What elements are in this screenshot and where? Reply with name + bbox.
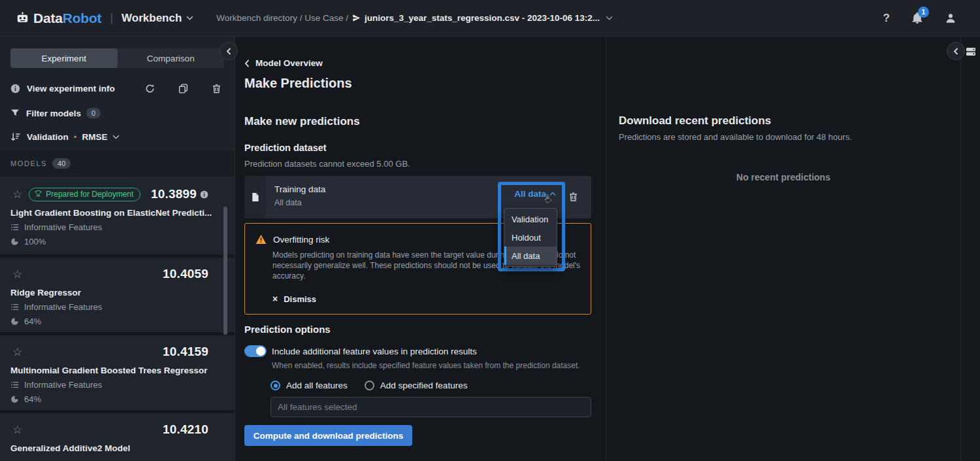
filter-icon xyxy=(10,109,20,118)
compute-download-predictions-button[interactable]: Compute and download predictions xyxy=(244,425,412,446)
star-icon[interactable]: ☆ xyxy=(12,269,22,280)
right-rail xyxy=(961,37,980,461)
model-card[interactable]: ☆ 10.4159 Multinomial Gradient Boosted T… xyxy=(0,335,235,410)
collapse-right-panel-button[interactable] xyxy=(947,42,965,60)
view-experiment-info-link[interactable]: View experiment info xyxy=(27,84,115,94)
model-score: 10.4059 xyxy=(163,267,208,281)
duplicate-icon[interactable] xyxy=(178,84,188,94)
sort-icon xyxy=(10,132,21,142)
datarobot-workbench-app: DataRobot | Workbench Workbench director… xyxy=(0,0,980,461)
prepared-for-deployment-badge: Prepared for Deployment xyxy=(29,188,140,201)
feature-list-name: Informative Features xyxy=(24,380,102,390)
help-icon[interactable]: ? xyxy=(883,12,890,25)
tab-experiment[interactable]: Experiment xyxy=(10,48,118,68)
sample-pct-icon xyxy=(10,237,19,246)
trophy-icon xyxy=(35,190,42,197)
robot-logo-icon xyxy=(16,12,29,24)
notifications-bell-icon[interactable]: 1 xyxy=(911,12,923,24)
chevron-down-icon xyxy=(112,135,120,139)
brand-name: DataRobot xyxy=(33,10,101,26)
remove-dataset-trash-icon[interactable] xyxy=(568,192,578,202)
sample-pct-icon xyxy=(10,317,19,326)
feature-list-icon xyxy=(10,223,19,231)
models-count-badge: 40 xyxy=(52,158,71,169)
sample-pct: 64% xyxy=(24,316,41,326)
models-header: MODELS 40 xyxy=(0,150,235,178)
model-card[interactable]: ☆ 10.4210 Generalized Additive2 Model xyxy=(0,413,235,461)
header-actions: ? 1 xyxy=(883,12,980,25)
radio-icon xyxy=(365,381,374,390)
breadcrumb-path[interactable]: Workbench directory / Use Case / xyxy=(216,13,348,23)
workbench-menu[interactable]: Workbench xyxy=(122,12,193,25)
toggle-label: Include additional feature values in pre… xyxy=(272,347,477,356)
dataset-name: Training data xyxy=(274,184,325,194)
make-predictions-panel: Model Overview Make Predictions Make new… xyxy=(235,37,606,461)
warning-title: Overfitting risk xyxy=(273,235,329,245)
model-name: Ridge Regressor xyxy=(10,288,224,298)
sort-control[interactable]: Validation • RMSE xyxy=(10,131,224,143)
chevron-left-icon xyxy=(226,48,231,55)
info-icon[interactable] xyxy=(200,190,208,199)
warning-icon xyxy=(255,234,267,245)
model-card[interactable]: ☆ 10.4059 Ridge Regressor Informative Fe… xyxy=(0,258,235,332)
sidebar-tabs: Experiment Comparison xyxy=(10,48,224,68)
file-icon xyxy=(251,192,259,202)
star-icon[interactable]: ☆ xyxy=(12,189,22,200)
feature-list-icon xyxy=(10,381,19,389)
dataset-size-note: Prediction datasets cannot exceed 5.00 G… xyxy=(244,159,591,169)
model-score: 10.4159 xyxy=(163,345,208,359)
dataset-heading: Prediction dataset xyxy=(244,143,591,153)
empty-state-message: No recent predictions xyxy=(619,172,948,182)
model-score: 10.4210 xyxy=(163,422,208,437)
features-selected-input[interactable] xyxy=(270,397,591,417)
radio-add-specified-features[interactable]: Add specified features xyxy=(365,381,468,390)
experiment-sidebar: Experiment Comparison View experiment in… xyxy=(0,37,235,461)
menu-item-holdout[interactable]: Holdout xyxy=(504,228,557,247)
star-icon[interactable]: ☆ xyxy=(12,424,22,435)
model-score: 10.3899 xyxy=(151,187,197,201)
filter-count-badge: 0 xyxy=(86,108,101,118)
dataset-partition: All data xyxy=(274,198,325,207)
filter-models-control[interactable]: Filter models 0 xyxy=(10,107,224,119)
prediction-options-heading: Prediction options xyxy=(244,324,591,335)
feature-list-icon xyxy=(10,303,19,311)
radio-add-all-features[interactable]: Add all features xyxy=(270,381,348,390)
model-name: Light Gradient Boosting on ElasticNet Pr… xyxy=(10,208,224,218)
recent-title: Download recent predictions xyxy=(619,114,960,128)
sidebar-scrollbar[interactable] xyxy=(223,207,227,335)
datarobot-brand[interactable]: DataRobot | Workbench xyxy=(16,10,193,26)
model-name: Generalized Additive2 Model xyxy=(10,443,224,453)
notification-badge: 1 xyxy=(918,7,929,18)
recent-predictions-panel: Download recent predictions Predictions … xyxy=(606,37,961,461)
model-card[interactable]: ☆ Prepared for Deployment 10.3899 Light … xyxy=(0,178,235,254)
recent-subtitle: Predictions are stored and available to … xyxy=(619,132,960,142)
model-list: ☆ Prepared for Deployment 10.3899 Light … xyxy=(0,178,235,461)
tab-comparison[interactable]: Comparison xyxy=(118,48,225,68)
close-icon: × xyxy=(272,294,278,304)
chevron-down-icon[interactable] xyxy=(606,16,613,20)
user-profile-icon[interactable] xyxy=(945,12,956,24)
breadcrumb: Workbench directory / Use Case / juniors… xyxy=(216,13,613,23)
collapse-sidebar-button[interactable] xyxy=(220,42,238,60)
model-name: Multinomial Gradient Boosted Trees Regre… xyxy=(10,366,224,375)
sidebar-controls: Experiment Comparison View experiment in… xyxy=(0,37,235,150)
back-to-model-overview[interactable]: Model Overview xyxy=(244,58,591,68)
chevron-down-icon xyxy=(186,16,193,20)
star-icon[interactable]: ☆ xyxy=(12,347,22,358)
brand-separator: | xyxy=(110,11,113,25)
sample-pct-icon xyxy=(10,395,19,403)
top-header: DataRobot | Workbench Workbench director… xyxy=(0,0,980,37)
partition-dropdown-trigger[interactable]: All data xyxy=(501,189,556,199)
chevron-left-icon xyxy=(953,48,958,55)
page-title: Make Predictions xyxy=(244,76,591,91)
dismiss-warning-button[interactable]: × Dismiss xyxy=(272,294,580,304)
refresh-icon[interactable] xyxy=(145,84,155,94)
menu-item-all-data[interactable]: All data xyxy=(504,247,557,265)
radio-icon xyxy=(270,381,280,390)
breadcrumb-current[interactable]: juniors_3_year_stats_regression.csv - 20… xyxy=(352,13,600,23)
menu-item-validation[interactable]: Validation xyxy=(504,210,557,228)
trash-icon[interactable] xyxy=(212,84,221,94)
include-features-toggle[interactable] xyxy=(244,345,267,357)
queue-panel-icon[interactable] xyxy=(966,46,976,57)
chevron-up-icon xyxy=(549,192,556,196)
